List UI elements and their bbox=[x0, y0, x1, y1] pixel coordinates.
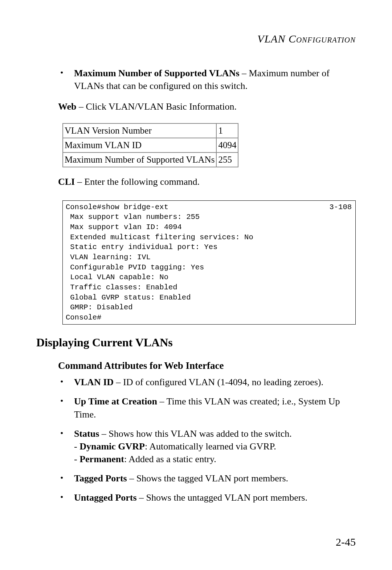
list-item: Untagged Ports – Shows the untagged VLAN… bbox=[58, 491, 356, 504]
sub-label: Permanent bbox=[79, 454, 124, 464]
web-instruction: Web – Click VLAN/VLAN Basic Information. bbox=[58, 100, 356, 113]
cli-label: CLI bbox=[58, 176, 75, 187]
intro-bullet-list: Maximum Number of Supported VLANs – Maxi… bbox=[58, 67, 356, 92]
cli-output-box: 3-108Console#show bridge-ext Max support… bbox=[62, 200, 356, 325]
list-item: Up Time at Creation – Time this VLAN was… bbox=[58, 395, 356, 420]
table-cell-key: VLAN Version Number bbox=[63, 123, 216, 138]
attributes-bullet-list: VLAN ID – ID of configured VLAN (1-4094,… bbox=[58, 376, 356, 504]
bullet-label: Up Time at Creation bbox=[74, 396, 157, 407]
web-text: – Click VLAN/VLAN Basic Information. bbox=[77, 101, 237, 112]
cli-ref: 3-108 bbox=[329, 202, 352, 212]
subsection-heading: Command Attributes for Web Interface bbox=[58, 359, 356, 372]
bullet-label: Tagged Ports bbox=[74, 473, 127, 484]
bullet-label: VLAN ID bbox=[74, 377, 114, 387]
sub-item: - Permanent: Added as a static entry. bbox=[74, 453, 356, 465]
sub-item: - Dynamic GVRP: Automatically learned vi… bbox=[74, 440, 356, 453]
sub-text: : Automatically learned via GVRP. bbox=[145, 441, 276, 452]
list-item: Maximum Number of Supported VLANs – Maxi… bbox=[58, 67, 356, 92]
table-row: Maximum VLAN ID 4094 bbox=[63, 138, 238, 152]
cli-output-text: Console#show bridge-ext Max support vlan… bbox=[66, 203, 253, 322]
table-cell-val: 4094 bbox=[216, 138, 238, 152]
list-item: VLAN ID – ID of configured VLAN (1-4094,… bbox=[58, 376, 356, 388]
running-header: VLAN Configuration bbox=[36, 33, 356, 45]
table-cell-val: 255 bbox=[216, 152, 238, 167]
sub-label: Dynamic GVRP bbox=[79, 441, 145, 452]
bullet-label: Untagged Ports bbox=[74, 492, 137, 503]
list-item: Tagged Ports – Shows the tagged VLAN por… bbox=[58, 472, 356, 485]
bullet-text: – Shows the untagged VLAN port members. bbox=[137, 492, 307, 503]
list-item: Status – Shows how this VLAN was added t… bbox=[58, 427, 356, 465]
bullet-label: Maximum Number of Supported VLANs bbox=[74, 68, 240, 78]
bullet-text: – ID of configured VLAN (1-4094, no lead… bbox=[114, 377, 323, 387]
sub-text: : Added as a static entry. bbox=[124, 454, 216, 464]
bullet-text: – Shows how this VLAN was added to the s… bbox=[99, 428, 291, 439]
vlan-info-table: VLAN Version Number 1 Maximum VLAN ID 40… bbox=[62, 123, 238, 167]
bullet-text: – Shows the tagged VLAN port members. bbox=[127, 473, 288, 484]
cli-instruction: CLI – Enter the following command. bbox=[58, 175, 356, 188]
web-label: Web bbox=[58, 101, 77, 112]
table-cell-val: 1 bbox=[216, 123, 238, 138]
table-row: Maximum Number of Supported VLANs 255 bbox=[63, 152, 238, 167]
body: Maximum Number of Supported VLANs – Maxi… bbox=[36, 67, 356, 504]
table-row: VLAN Version Number 1 bbox=[63, 123, 238, 138]
table-cell-key: Maximum VLAN ID bbox=[63, 138, 216, 152]
cli-text: – Enter the following command. bbox=[75, 176, 200, 187]
section-heading: Displaying Current VLANs bbox=[36, 335, 356, 350]
page: VLAN Configuration Maximum Number of Sup… bbox=[0, 0, 392, 570]
table-cell-key: Maximum Number of Supported VLANs bbox=[63, 152, 216, 167]
page-number: 2-45 bbox=[336, 536, 356, 548]
bullet-label: Status bbox=[74, 428, 99, 439]
